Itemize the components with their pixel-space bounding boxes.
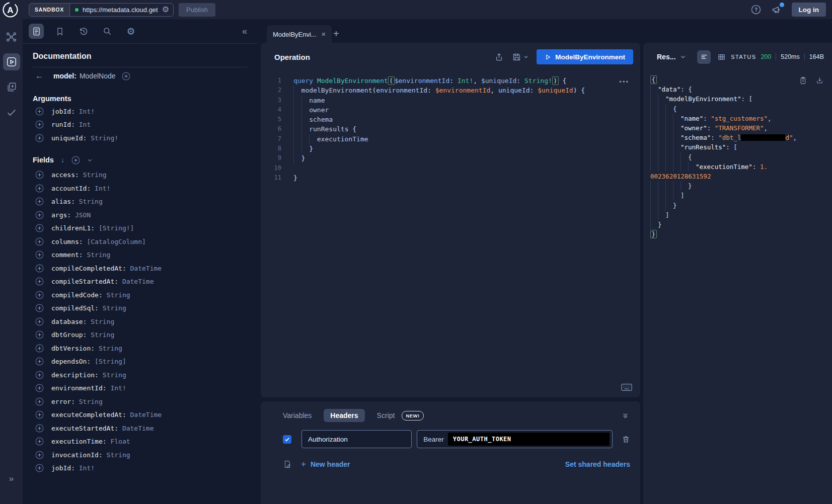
add-field-to-query-icon[interactable]	[35, 451, 44, 459]
copy-response-icon[interactable]	[799, 76, 807, 85]
editor-more-options-icon[interactable]: •••	[619, 78, 629, 86]
add-field-to-query-icon[interactable]	[35, 224, 44, 232]
code-line[interactable]: 11}	[261, 173, 640, 183]
collapse-docs-panel-icon[interactable]: «	[242, 26, 247, 37]
add-field-to-query-icon[interactable]	[35, 277, 44, 286]
add-field-to-query-icon[interactable]	[35, 410, 44, 419]
sidebar-item-schema[interactable]	[3, 28, 20, 45]
schema-field-row[interactable]: compiledSql: String	[33, 302, 247, 315]
code-line[interactable]: 6runResults {	[261, 124, 640, 134]
schema-field-row[interactable]: uniqueId: String!	[33, 131, 247, 145]
field-type[interactable]: Int!	[95, 185, 110, 192]
formatted-view-toggle[interactable]	[697, 50, 711, 64]
sidebar-item-operation-collections[interactable]	[3, 78, 20, 96]
response-dropdown-chevron-icon[interactable]	[680, 54, 686, 60]
schema-field-row[interactable]: executeCompletedAt: DateTime	[33, 408, 247, 422]
schema-field-row[interactable]: compiledCode: String	[33, 288, 247, 302]
field-type[interactable]: [CatalogColumn]	[87, 238, 145, 245]
header-value-input[interactable]: Bearer YOUR_AUTH_TOKEN	[417, 430, 613, 448]
schema-settings-gear-icon[interactable]: ⚙	[123, 24, 138, 39]
schema-field-row[interactable]: error: String	[33, 395, 247, 408]
add-field-to-query-icon[interactable]	[35, 250, 44, 259]
schema-field-row[interactable]: compileCompletedAt: DateTime	[33, 262, 247, 275]
response-panel-title[interactable]: Res...	[657, 53, 675, 61]
sort-fields-icon[interactable]: ↓	[61, 156, 64, 164]
schema-field-row[interactable]: description: String	[33, 368, 247, 382]
apollo-logo[interactable]: A	[2, 2, 19, 18]
code-line[interactable]: 9}	[261, 153, 640, 163]
search-icon[interactable]	[100, 24, 115, 39]
schema-field-row[interactable]: compileStartedAt: DateTime	[33, 275, 247, 289]
add-field-to-query-icon[interactable]	[35, 317, 44, 326]
endpoint-settings-icon[interactable]: ⚙	[162, 6, 169, 14]
add-all-fields-icon[interactable]	[71, 156, 80, 164]
code-line[interactable]: 10	[261, 163, 640, 173]
field-type[interactable]: Int!	[110, 384, 126, 392]
set-shared-headers-link[interactable]: Set shared headers	[565, 460, 630, 468]
schema-field-row[interactable]: runId: Int	[33, 118, 247, 132]
schema-field-row[interactable]: dbtGroup: String	[33, 328, 247, 342]
add-field-to-query-icon[interactable]	[35, 120, 44, 129]
add-field-to-query-icon[interactable]	[35, 344, 44, 353]
add-field-to-query-icon[interactable]	[35, 304, 44, 312]
schema-field-row[interactable]: dependsOn: [String]	[33, 355, 247, 369]
help-icon[interactable]: ?	[750, 4, 762, 15]
schema-field-row[interactable]: dbtVersion: String	[33, 342, 247, 355]
code-line[interactable]: 5schema	[261, 115, 640, 124]
add-field-to-query-icon[interactable]	[35, 134, 44, 142]
field-type[interactable]: JSON	[75, 211, 91, 219]
run-operation-button[interactable]: ModelByEnvironment	[537, 49, 633, 64]
schema-field-row[interactable]: args: JSON	[33, 208, 247, 222]
field-type[interactable]: String	[87, 251, 110, 259]
sidebar-item-explorer[interactable]	[3, 53, 20, 70]
new-tab-icon[interactable]: +	[333, 28, 339, 40]
add-field-to-query-icon[interactable]	[35, 371, 44, 379]
field-type[interactable]: DateTime	[130, 265, 162, 272]
endpoint-url-field[interactable]: https://metadata.cloud.get ⚙	[70, 4, 173, 16]
field-type[interactable]: String	[79, 398, 103, 405]
schema-field-row[interactable]: invocationId: String	[33, 448, 247, 462]
login-button[interactable]: Log in	[792, 3, 826, 17]
schema-field-row[interactable]: jobId: Int!	[33, 105, 247, 118]
code-line[interactable]: 1query ModelByEnvironment($environmentId…	[261, 76, 640, 86]
code-line[interactable]: 7executionTime	[261, 134, 640, 144]
add-field-to-query-icon[interactable]	[35, 330, 44, 339]
history-icon[interactable]	[76, 24, 91, 39]
header-key-input[interactable]	[301, 430, 412, 448]
new-header-button[interactable]: + New header	[301, 459, 350, 469]
schema-field-row[interactable]: environmentId: Int!	[33, 382, 247, 395]
expand-rail-icon[interactable]: »	[0, 474, 23, 484]
field-type[interactable]: String	[107, 291, 130, 299]
share-operation-icon[interactable]	[494, 52, 504, 62]
add-field-to-query-icon[interactable]	[35, 437, 44, 446]
field-type[interactable]: String	[103, 304, 126, 312]
field-type[interactable]: String	[79, 198, 103, 205]
tab-script[interactable]: Script	[377, 411, 395, 419]
add-field-to-query-icon[interactable]	[35, 197, 44, 206]
field-type[interactable]: DateTime	[122, 278, 154, 285]
add-field-to-query-icon[interactable]	[35, 357, 44, 366]
tab-variables[interactable]: Variables	[283, 411, 312, 419]
header-enabled-checkbox[interactable]	[283, 435, 291, 444]
add-field-to-query-icon[interactable]	[35, 171, 44, 179]
edit-raw-headers-icon[interactable]	[283, 460, 292, 469]
save-operation-icon[interactable]	[512, 52, 528, 62]
schema-field-row[interactable]: executeStartedAt: DateTime	[33, 422, 247, 435]
code-line[interactable]: 3name	[261, 96, 640, 105]
delete-header-icon[interactable]	[622, 435, 630, 444]
field-type[interactable]: String	[107, 451, 130, 459]
documentation-tab-icon[interactable]	[29, 24, 44, 39]
field-type[interactable]: [String]	[95, 358, 126, 365]
add-field-to-query-icon[interactable]	[35, 291, 44, 299]
collapse-request-panel-icon[interactable]	[622, 412, 629, 419]
field-type[interactable]: String	[99, 345, 122, 352]
breadcrumb-type-link[interactable]: ModelNode	[80, 72, 116, 80]
code-line[interactable]: 2modelByEnvironment(environmentId: $envi…	[261, 86, 640, 95]
table-view-toggle[interactable]	[715, 50, 728, 64]
schema-field-row[interactable]: accountId: Int!	[33, 182, 247, 195]
field-type[interactable]: Int	[79, 121, 91, 128]
add-field-to-query-icon[interactable]	[35, 464, 44, 472]
code-line[interactable]: 8}	[261, 144, 640, 153]
field-type[interactable]: [String!]	[99, 224, 134, 232]
keyboard-shortcuts-icon[interactable]	[621, 383, 632, 391]
